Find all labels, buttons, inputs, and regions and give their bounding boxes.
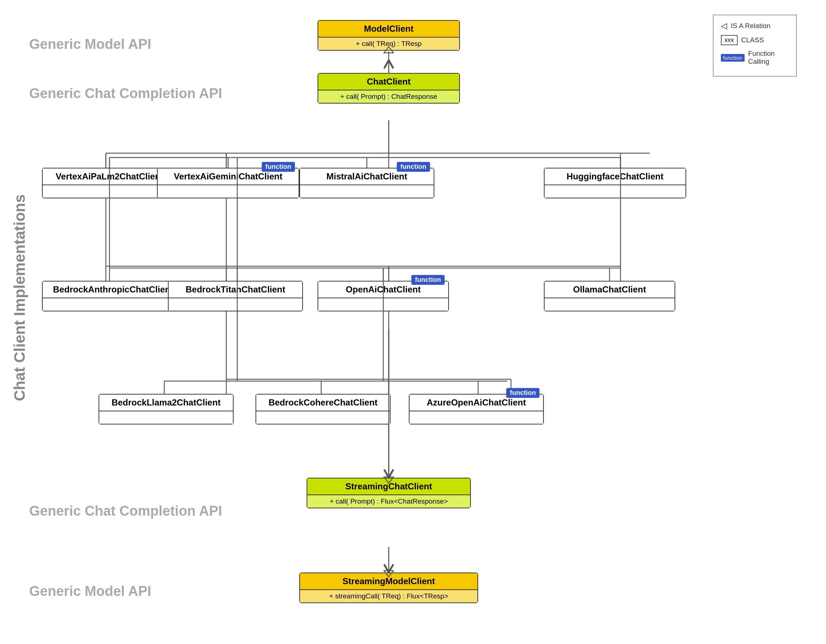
vertexai-palm2-name: VertexAiPaLm2ChatClient: [43, 169, 176, 185]
mistralai-body: [300, 185, 434, 198]
legend-is-a: ◁ IS A Relation: [721, 21, 789, 31]
vertexai-gemini-box: function VertexAiGeminiChatClient: [157, 168, 299, 198]
bedrock-cohere-body: [256, 411, 390, 424]
openai-box: function OpenAiChatClient: [318, 281, 449, 311]
azure-openai-body: [410, 411, 543, 424]
bedrock-titan-box: BedrockTitanChatClient: [168, 281, 303, 311]
huggingface-box: HuggingfaceChatClient: [544, 168, 686, 198]
azure-openai-function-badge: function: [506, 388, 539, 398]
streaming-model-client-name: StreamingModelClient: [300, 573, 477, 590]
bedrock-cohere-name: BedrockCohereChatClient: [256, 395, 390, 411]
bedrock-anthropic-name: BedrockAnthropicChatClient: [43, 282, 183, 298]
model-client-method: + call( TReq) : TResp: [318, 37, 459, 50]
legend-function-label: Function Calling: [748, 50, 789, 66]
legend: ◁ IS A Relation xxx CLASS function Funct…: [713, 15, 797, 77]
huggingface-body: [545, 185, 685, 198]
legend-class-box: xxx: [721, 35, 738, 45]
model-client-box: ModelClient + call( TReq) : TResp: [318, 20, 460, 51]
chat-client-method: + call( Prompt) : ChatResponse: [318, 90, 459, 103]
chat-client-box: ChatClient + call( Prompt) : ChatRespons…: [318, 73, 460, 104]
streaming-chat-client-box: StreamingChatClient + call( Prompt) : Fl…: [307, 478, 471, 508]
ollama-name: OllamaChatClient: [545, 282, 674, 298]
bedrock-cohere-box: BedrockCohereChatClient: [256, 394, 391, 424]
bedrock-anthropic-body: [43, 298, 183, 311]
openai-body: [318, 298, 448, 311]
openai-function-badge: function: [411, 275, 444, 285]
legend-arrow-icon: ◁: [721, 21, 727, 31]
legend-function: function Function Calling: [721, 50, 789, 66]
section-bottom-chat-api: Generic Chat Completion API: [29, 503, 222, 519]
streaming-model-client-method: + streamingCall( TReq) : Flux<TResp>: [300, 590, 477, 602]
ollama-box: OllamaChatClient: [544, 281, 675, 311]
ollama-body: [545, 298, 674, 311]
bedrock-llama2-box: BedrockLlama2ChatClient: [99, 394, 234, 424]
model-client-name: ModelClient: [318, 21, 459, 37]
bedrock-llama2-name: BedrockLlama2ChatClient: [99, 395, 233, 411]
mistralai-box: function MistralAiChatClient: [299, 168, 434, 198]
mistralai-function-badge: function: [397, 162, 430, 172]
chat-client-name: ChatClient: [318, 74, 459, 90]
bedrock-titan-name: BedrockTitanChatClient: [169, 282, 302, 298]
section-implementations: Chat Client Implementations: [11, 146, 28, 401]
vertexai-gemini-function-badge: function: [262, 162, 295, 172]
diagram-container: ◁ IS A Relation xxx CLASS function Funct…: [0, 0, 826, 644]
vertexai-gemini-body: [158, 185, 298, 198]
legend-is-a-label: IS A Relation: [731, 22, 770, 30]
bedrock-anthropic-box: BedrockAnthropicChatClient: [42, 281, 184, 311]
legend-class-label: CLASS: [741, 36, 764, 44]
legend-function-badge: function: [721, 54, 745, 62]
azure-openai-box: function AzureOpenAiChatClient: [409, 394, 544, 424]
section-top-api: Generic Model API: [29, 36, 151, 52]
vertexai-palm2-body: [43, 185, 176, 198]
legend-class: xxx CLASS: [721, 35, 789, 45]
bedrock-titan-body: [169, 298, 302, 311]
section-bottom-model-api: Generic Model API: [29, 584, 151, 599]
bedrock-llama2-body: [99, 411, 233, 424]
streaming-model-client-box: StreamingModelClient + streamingCall( TR…: [299, 573, 478, 603]
streaming-chat-client-method: + call( Prompt) : Flux<ChatResponse>: [307, 495, 470, 508]
section-chat-api: Generic Chat Completion API: [29, 86, 222, 101]
huggingface-name: HuggingfaceChatClient: [545, 169, 685, 185]
streaming-chat-client-name: StreamingChatClient: [307, 478, 470, 495]
